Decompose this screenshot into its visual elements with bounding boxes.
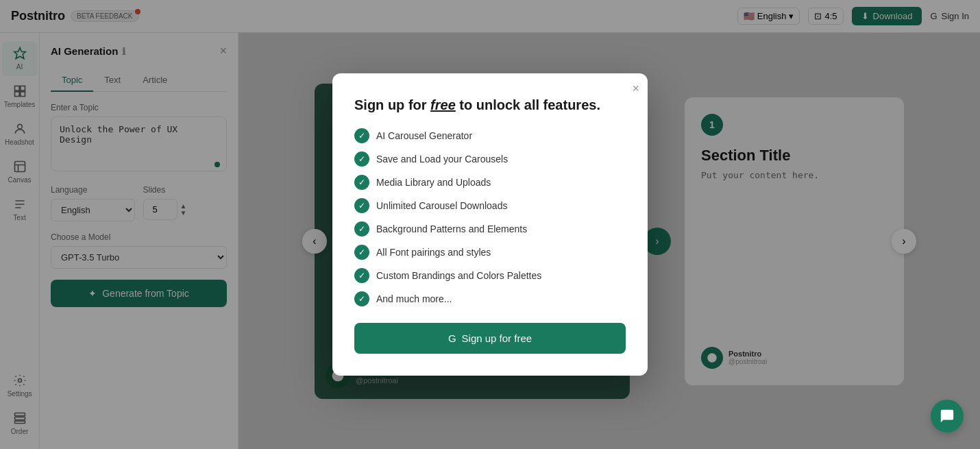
check-icon: ✓ [354, 245, 369, 260]
chat-bubble[interactable] [931, 400, 964, 433]
modal-feature-item: ✓ AI Carousel Generator [354, 128, 626, 143]
modal-feature-item: ✓ Background Patterns and Elements [354, 221, 626, 236]
modal-signup-button[interactable]: G Sign up for free [354, 323, 626, 354]
check-icon: ✓ [354, 268, 369, 283]
modal-feature-item: ✓ Custom Brandings and Colors Palettes [354, 268, 626, 283]
modal-title: Sign up for free to unlock all features. [354, 95, 626, 114]
check-icon: ✓ [354, 221, 369, 236]
signup-modal: × Sign up for free to unlock all feature… [332, 73, 648, 376]
modal-feature-item: ✓ Unlimited Carousel Downloads [354, 198, 626, 213]
modal-features-list: ✓ AI Carousel Generator ✓ Save and Load … [354, 128, 626, 306]
modal-overlay: × Sign up for free to unlock all feature… [0, 0, 980, 449]
modal-feature-item: ✓ Media Library and Uploads [354, 175, 626, 190]
check-icon: ✓ [354, 175, 369, 190]
modal-feature-item: ✓ Save and Load your Carousels [354, 151, 626, 167]
check-icon: ✓ [354, 291, 369, 306]
google-signup-icon: G [448, 332, 456, 344]
modal-feature-item: ✓ All Font pairings and styles [354, 245, 626, 260]
check-icon: ✓ [354, 128, 369, 143]
modal-close-button[interactable]: × [632, 82, 639, 96]
check-icon: ✓ [354, 151, 369, 167]
modal-feature-item: ✓ And much more... [354, 291, 626, 306]
check-icon: ✓ [354, 198, 369, 213]
